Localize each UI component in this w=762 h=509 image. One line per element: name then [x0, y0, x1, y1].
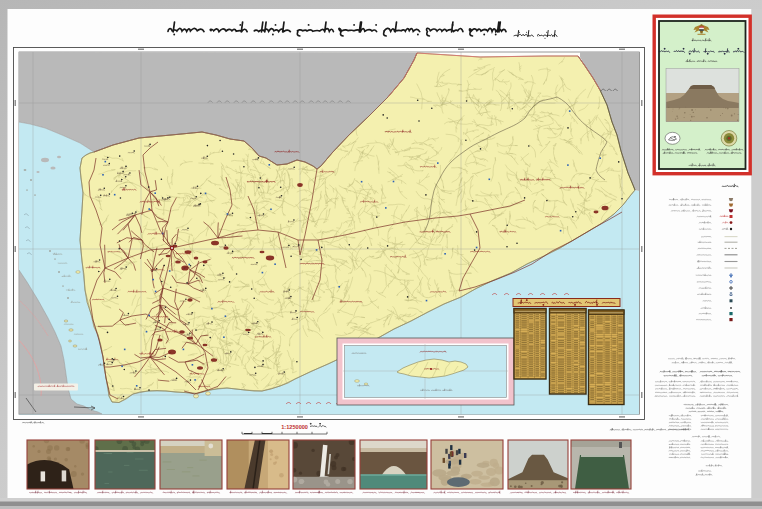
svg-text:1:1250000: 1:1250000	[281, 424, 308, 430]
